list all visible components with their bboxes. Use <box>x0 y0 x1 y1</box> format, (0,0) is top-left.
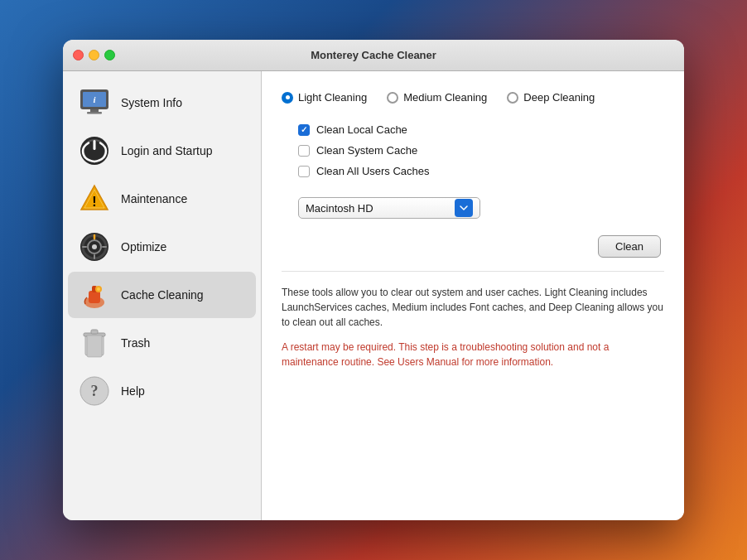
sidebar-item-cache-cleaning-label: Cache Cleaning <box>121 288 204 302</box>
cache-cleaning-icon <box>78 278 111 311</box>
sidebar-item-cache-cleaning[interactable]: Cache Cleaning <box>68 272 256 318</box>
radio-medium-circle <box>387 92 398 104</box>
close-button[interactable] <box>73 50 84 60</box>
svg-rect-7 <box>94 140 96 150</box>
checkbox-local-cache-row[interactable]: Clean Local Cache <box>298 123 664 136</box>
checkbox-system-cache[interactable] <box>298 145 310 157</box>
warning-text: A restart may be required. This step is … <box>282 340 664 369</box>
sidebar-item-trash-label: Trash <box>121 336 150 350</box>
checkbox-all-users-cache-row[interactable]: Clean All Users Caches <box>298 165 664 177</box>
drive-dropdown-value: Macintosh HD <box>306 202 374 215</box>
svg-text:?: ? <box>91 383 99 399</box>
sidebar-item-maintenance[interactable]: ! Maintenance <box>68 176 256 222</box>
sidebar-item-help-label: Help <box>121 384 145 398</box>
cache-options: Clean Local Cache Clean System Cache Cle… <box>282 123 664 177</box>
minimize-button[interactable] <box>89 50 99 60</box>
radio-deep-circle <box>507 92 518 104</box>
sidebar-item-optimize-label: Optimize <box>121 240 166 253</box>
svg-rect-4 <box>87 112 102 114</box>
drive-dropdown[interactable]: Macintosh HD <box>298 197 480 219</box>
sidebar-item-optimize[interactable]: Optimize <box>68 224 256 270</box>
drive-dropdown-row: Macintosh HD <box>282 197 664 219</box>
checkbox-system-cache-row[interactable]: Clean System Cache <box>298 144 664 157</box>
trash-icon <box>78 326 111 360</box>
checkbox-local-cache[interactable] <box>298 124 310 136</box>
clean-button-row: Clean <box>282 235 664 258</box>
svg-rect-3 <box>90 109 99 112</box>
svg-point-23 <box>97 287 100 291</box>
main-panel: Light Cleaning Medium Cleaning Deep Clea… <box>262 71 684 520</box>
sidebar-item-help[interactable]: ? Help <box>68 368 256 414</box>
svg-point-14 <box>92 244 97 249</box>
help-icon: ? <box>78 374 111 408</box>
traffic-lights <box>73 50 115 60</box>
dropdown-arrow-icon <box>455 199 473 217</box>
radio-light-cleaning[interactable]: Light Cleaning <box>282 91 367 104</box>
radio-deep-cleaning[interactable]: Deep Cleaning <box>507 91 595 104</box>
svg-rect-26 <box>91 330 98 334</box>
sidebar-item-login-startup-label: Login and Startup <box>121 144 213 157</box>
clean-button[interactable]: Clean <box>598 235 661 258</box>
window-title: Monterey Cache Cleaner <box>311 49 436 61</box>
sidebar-item-system-info-label: System Info <box>121 96 182 109</box>
login-startup-icon <box>78 134 111 167</box>
description-text: These tools allow you to clear out syste… <box>282 285 664 330</box>
checkbox-all-users-cache[interactable] <box>298 166 310 177</box>
svg-rect-20 <box>89 291 100 303</box>
cleaning-mode-selector: Light Cleaning Medium Cleaning Deep Clea… <box>282 91 664 104</box>
checkbox-local-cache-label: Clean Local Cache <box>316 123 407 136</box>
checkbox-all-users-cache-label: Clean All Users Caches <box>316 165 430 177</box>
content-area: i System Info Login and <box>63 71 684 520</box>
radio-light-label: Light Cleaning <box>298 91 367 104</box>
sidebar-item-trash[interactable]: Trash <box>68 320 256 366</box>
maintenance-icon: ! <box>78 182 111 215</box>
sidebar: i System Info Login and <box>63 71 262 520</box>
titlebar: Monterey Cache Cleaner <box>63 40 684 71</box>
sidebar-item-system-info[interactable]: i System Info <box>68 80 256 126</box>
app-window: Monterey Cache Cleaner i System Info <box>63 40 684 520</box>
checkbox-system-cache-label: Clean System Cache <box>316 144 417 157</box>
radio-deep-label: Deep Cleaning <box>523 91 595 104</box>
radio-medium-cleaning[interactable]: Medium Cleaning <box>387 91 487 104</box>
description-section: These tools allow you to clear out syste… <box>282 271 664 500</box>
svg-text:!: ! <box>92 195 96 209</box>
radio-light-circle <box>282 92 293 104</box>
radio-medium-label: Medium Cleaning <box>403 91 487 104</box>
sidebar-item-maintenance-label: Maintenance <box>121 192 187 205</box>
optimize-icon <box>78 230 111 263</box>
sidebar-item-login-startup[interactable]: Login and Startup <box>68 128 256 174</box>
fullscreen-button[interactable] <box>104 50 115 60</box>
system-info-icon: i <box>78 86 111 119</box>
